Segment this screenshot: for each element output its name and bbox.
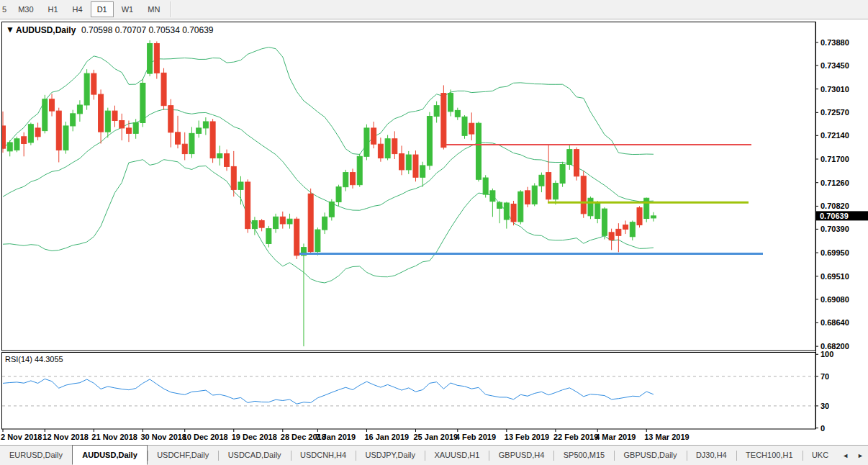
chart-tab-usdchf-daily[interactable]: USDCHF,Daily: [148, 446, 218, 465]
chart-tab-sp500-m15[interactable]: SP500,M15: [554, 446, 614, 465]
svg-text:0.70639: 0.70639: [820, 212, 849, 220]
date-tick-label: 13 Mar 2019: [644, 433, 689, 441]
timeframe-button-m30[interactable]: M30: [12, 1, 40, 17]
date-tick-label: 7 Jan 2019: [315, 433, 356, 441]
price-tick-label: 0.72570: [820, 108, 849, 117]
timeframe-button-h1[interactable]: H1: [42, 1, 65, 17]
price-tick-label: 0.69080: [820, 295, 849, 304]
date-tick-label: 4 Feb 2019: [456, 433, 496, 441]
date-tick-label: 30 Nov 2018: [140, 433, 186, 441]
current-price-tag: 0.70639: [816, 211, 868, 220]
rsi-panel[interactable]: [2, 353, 816, 430]
tabs-scroll-left-icon[interactable]: ◄: [838, 452, 853, 459]
date-axis[interactable]: 2 Nov 201812 Nov 201821 Nov 201830 Nov 2…: [1, 429, 690, 441]
date-tick-label: 2 Nov 2018: [1, 433, 42, 441]
chart-tabs-bar: EURUSD,DailyAUDUSD,DailyUSDCHF,DailyUSDC…: [0, 445, 868, 465]
date-tick-label: 25 Jan 2019: [413, 433, 458, 441]
chart-tab-xauusd-h1[interactable]: XAUUSD,H1: [425, 446, 489, 465]
main-chart-panel[interactable]: [2, 22, 816, 351]
chart-tab-gbpusd-h4[interactable]: GBPUSD,H4: [489, 446, 554, 465]
rsi-tick-label: 30: [820, 402, 829, 410]
chart-tab-eurusd-daily[interactable]: EURUSD,Daily: [0, 446, 72, 465]
chart-tab-usdcnh-h4[interactable]: USDCNH,H4: [291, 446, 356, 465]
date-tick-label: 16 Jan 2019: [364, 433, 409, 441]
price-tick-label: 0.73010: [820, 85, 849, 94]
rsi-tick-label: 0: [820, 424, 825, 433]
chart-tab-audusd-daily[interactable]: AUDUSD,Daily: [72, 445, 147, 465]
chart-tab-ukc[interactable]: UKC: [803, 446, 838, 465]
price-tick-label: 0.71700: [820, 155, 849, 163]
date-tick-label: 4 Mar 2019: [595, 433, 636, 441]
timeframe-button-d1[interactable]: D1: [91, 1, 114, 17]
price-tick-label: 0.73880: [820, 38, 849, 47]
rsi-tick-label: 100: [820, 350, 833, 358]
chart-tab-dj30-h4[interactable]: DJ30,H4: [687, 446, 736, 465]
chart-title-ohlc: 0.70598 0.70707 0.70534 0.70639: [81, 25, 214, 35]
price-tick-label: 0.68640: [820, 318, 849, 327]
timeframe-button-5[interactable]: 5: [1, 1, 10, 17]
price-tick-label: 0.73450: [820, 61, 849, 70]
tabs-scroll-right-icon[interactable]: ►: [853, 452, 868, 459]
price-tick-label: 0.69510: [820, 272, 849, 281]
chart-tab-gbpusd-daily[interactable]: GBPUSD,Daily: [615, 446, 687, 465]
price-tick-label: 0.69950: [820, 248, 849, 257]
price-tick-label: 0.71260: [820, 179, 849, 187]
date-tick-label: 12 Nov 2018: [42, 433, 89, 441]
date-tick-label: 22 Feb 2019: [553, 433, 598, 441]
tab-scroll-controls: ◄►: [838, 446, 868, 465]
timeframe-button-h4[interactable]: H4: [66, 1, 89, 17]
date-tick-label: 13 Feb 2019: [505, 433, 549, 441]
timeframe-button-w1[interactable]: W1: [115, 1, 140, 17]
price-tick-label: 0.72140: [820, 131, 849, 140]
price-tick-label: 0.70820: [820, 202, 849, 210]
chart-tab-usdcad-daily[interactable]: USDCAD,Daily: [219, 446, 291, 465]
price-tick-label: 0.70390: [820, 225, 849, 233]
timeframe-button-mn[interactable]: MN: [141, 1, 166, 17]
rsi-tick-label: 70: [820, 372, 829, 381]
date-tick-label: 10 Dec 2018: [183, 433, 228, 441]
chart-tab-tech100-h1[interactable]: TECH100,H1: [736, 446, 802, 465]
chart-tab-usdjpy-daily[interactable]: USDJPY,Daily: [356, 446, 425, 465]
toolbar-separator: [171, 1, 172, 17]
rsi-indicator-label: RSI(14) 44.3055: [5, 355, 63, 364]
price-axis[interactable]: 0.738800.734500.730100.725700.721400.717…: [815, 22, 849, 433]
chart-area[interactable]: 0.738800.734500.730100.725700.721400.717…: [0, 0, 868, 445]
date-tick-label: 21 Nov 2018: [91, 433, 137, 441]
symbol-dropdown-icon[interactable]: ▼: [6, 24, 14, 35]
chart-title-symbol: AUDUSD,Daily: [16, 25, 76, 35]
timeframe-toolbar: 5M30H1H4D1W1MN: [0, 0, 868, 19]
date-tick-label: 19 Dec 2018: [232, 433, 277, 441]
trading-terminal-window: { "toolbar": { "timeframes": [ {"label":…: [0, 0, 868, 465]
